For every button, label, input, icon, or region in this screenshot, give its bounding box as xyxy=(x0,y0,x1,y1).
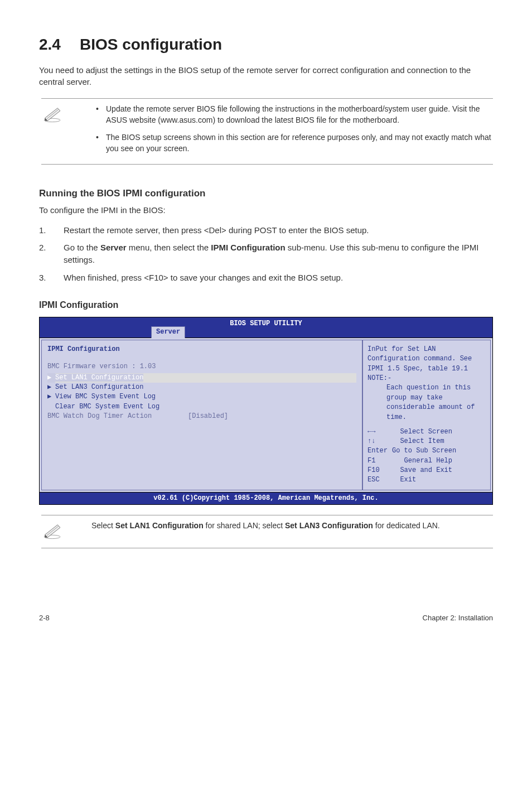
note-item: The BIOS setup screens shown in this sec… xyxy=(91,132,493,155)
nav-f10-text: Save and Exit xyxy=(400,466,452,474)
menu-label: Set LAN3 Configuration xyxy=(55,383,143,391)
chapter-label: Chapter 2: Installation xyxy=(423,613,493,624)
pencil-icon xyxy=(41,520,91,543)
menu-item-clear-log[interactable]: Clear BMC System Event Log xyxy=(47,402,356,412)
section-heading: 2.4BIOS configuration xyxy=(39,33,493,56)
subsection-heading: Running the BIOS IPMI configuration xyxy=(39,187,493,201)
note-list: Update the remote server BIOS file follo… xyxy=(91,103,493,160)
section-intro: You need to adjust the settings in the B… xyxy=(39,64,493,89)
bios-utility-title: BIOS SETUP UTILITY xyxy=(40,319,492,329)
pencil-icon xyxy=(41,103,91,160)
help-note-body: Each question in this group may take con… xyxy=(367,383,486,422)
menu-item-view-log[interactable]: ▶View BMC System Event Log xyxy=(47,392,356,402)
bios-nav-legend: ←→ Select Screen ↑↓ Select Item EnterGo … xyxy=(367,427,486,485)
arrows-ud-icon: ↑↓ xyxy=(367,437,392,446)
nav-key-f10: F10 xyxy=(367,466,392,475)
menu-item-set-lan3[interactable]: ▶Set LAN3 Configuration xyxy=(47,383,356,392)
nb-bold1: Set LAN1 Configuration xyxy=(115,521,204,530)
note-block-bottom: Select Set LAN1 Configuration for shared… xyxy=(41,515,493,548)
menu-item-watchdog[interactable]: BMC Watch Dog Timer Action [Disabled] xyxy=(47,412,356,421)
page-number: 2-8 xyxy=(39,613,50,624)
nav-enter-text: Go to Sub Screen xyxy=(392,447,456,455)
svg-line-6 xyxy=(47,526,59,536)
nav-select-screen: Select Screen xyxy=(400,428,452,436)
step-item: When finished, press <F10> to save your … xyxy=(39,272,493,284)
arrows-lr-icon: ←→ xyxy=(367,427,392,437)
bios-title-bar: BIOS SETUP UTILITY Server xyxy=(40,317,492,337)
section-title-text: BIOS configuration xyxy=(80,36,222,53)
help-note-label: NOTE:- xyxy=(367,374,486,383)
nav-select-item: Select Item xyxy=(400,437,444,445)
nav-esc-text: Exit xyxy=(400,476,416,484)
svg-line-2 xyxy=(47,109,59,119)
nb-suffix: for dedicated LAN. xyxy=(373,521,440,530)
bios-tab-server[interactable]: Server xyxy=(151,326,185,337)
steps-list: Restart the remote server, then press <D… xyxy=(39,224,493,284)
nb-bold2: Set LAN3 Configuration xyxy=(285,521,373,530)
bios-screenshot: BIOS SETUP UTILITY Server IPMI Configura… xyxy=(39,317,493,505)
triangle-right-icon: ▶ xyxy=(47,373,55,383)
help-text: InPut for Set LAN Configuration command.… xyxy=(367,345,486,374)
nav-key-f1: F1 xyxy=(367,456,392,466)
bios-config-title: IPMI Configuration xyxy=(47,345,356,354)
bios-copyright: v02.61 (C)Copyright 1985-2008, American … xyxy=(40,492,492,504)
ipmi-config-title: IPMI Configuration xyxy=(39,298,493,311)
nav-key-enter: Enter xyxy=(367,446,392,456)
bmc-firmware-line: BMC Firmware version : 1.03 xyxy=(47,362,356,372)
note-block-top: Update the remote server BIOS file follo… xyxy=(41,98,493,165)
nb-prefix: Select xyxy=(91,521,115,530)
subsection-intro: To configure the IPMI in the BIOS: xyxy=(39,204,493,216)
page-footer: 2-8 Chapter 2: Installation xyxy=(39,610,493,624)
nav-key-esc: ESC xyxy=(367,475,392,485)
note-item: Update the remote server BIOS file follo… xyxy=(91,103,493,126)
step-item: Restart the remote server, then press <D… xyxy=(39,224,493,237)
menu-item-set-lan1[interactable]: ▶Set LAN1 Configuration xyxy=(47,373,356,383)
nb-mid: for shared LAN; select xyxy=(204,521,285,530)
section-number: 2.4 xyxy=(39,33,61,56)
bios-help-pane: InPut for Set LAN Configuration command.… xyxy=(362,340,491,490)
menu-label: View BMC System Event Log xyxy=(55,393,156,401)
note-bottom-text: Select Set LAN1 Configuration for shared… xyxy=(91,520,493,543)
triangle-right-icon: ▶ xyxy=(47,392,55,402)
triangle-right-icon: ▶ xyxy=(47,383,55,392)
watchdog-label: BMC Watch Dog Timer Action xyxy=(47,412,152,420)
step-item: Go to the Server menu, then select the I… xyxy=(39,242,493,266)
bios-left-pane: IPMI Configuration BMC Firmware version … xyxy=(41,340,362,490)
watchdog-value: [Disabled] xyxy=(188,412,228,420)
nav-f1-text: General Help xyxy=(404,457,452,465)
menu-label: Set LAN1 Configuration xyxy=(55,374,143,382)
